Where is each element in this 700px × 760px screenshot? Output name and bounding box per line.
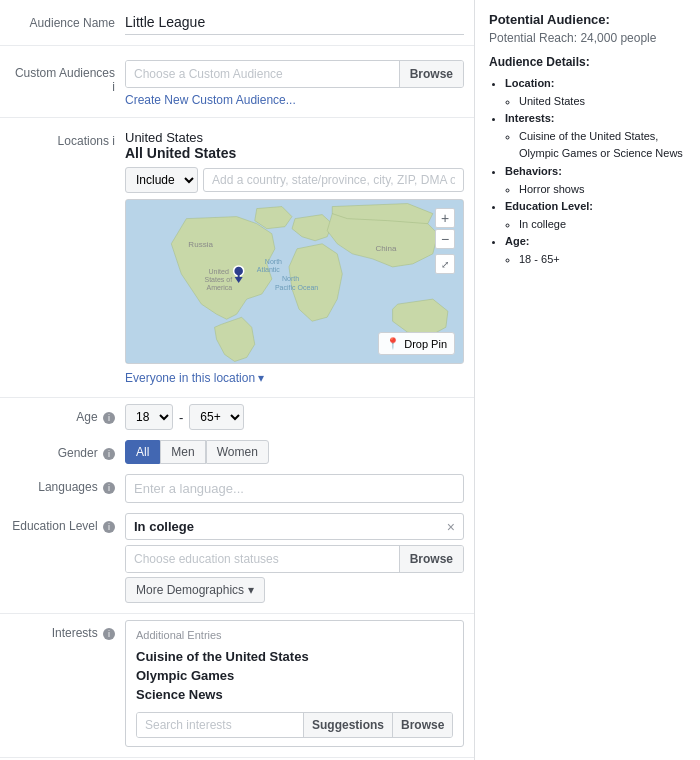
interests-section-box: Additional Entries Cuisine of the United…: [125, 620, 464, 747]
gender-men-btn[interactable]: Men: [160, 440, 205, 464]
education-label: Education Level i: [10, 513, 125, 533]
more-demographics-chevron-icon: ▾: [248, 583, 254, 597]
create-custom-audience-link[interactable]: Create New Custom Audience...: [125, 93, 464, 107]
map-controls: + − ⤢: [435, 208, 455, 274]
divider-4: [0, 613, 474, 614]
age-row: Age i 18 - 65+: [0, 404, 474, 430]
svg-text:States of: States of: [204, 276, 232, 283]
education-browse-row: Browse: [125, 545, 464, 573]
everyone-location-btn[interactable]: Everyone in this location ▾: [125, 371, 264, 385]
custom-audience-input-row: Browse: [125, 60, 464, 88]
svg-text:United: United: [208, 268, 228, 275]
right-panel: Potential Audience: Potential Reach: 24,…: [475, 0, 700, 760]
audience-details-title: Audience Details:: [489, 55, 686, 69]
education-value: In college: [134, 519, 194, 534]
interest-item-0: Cuisine of the United States: [136, 647, 453, 666]
gender-label: Gender i: [10, 440, 125, 460]
audience-name-row: Audience Name: [0, 10, 474, 35]
custom-audiences-section: Custom Audiences i Browse Create New Cus…: [0, 52, 474, 111]
detail-location: Location: United States: [505, 75, 686, 110]
location-tag: United States All United States: [125, 130, 464, 161]
audience-name-input[interactable]: [125, 10, 464, 35]
education-status-input[interactable]: [126, 546, 399, 572]
more-demographics-btn[interactable]: More Demographics ▾: [125, 577, 265, 603]
age-max-select[interactable]: 65+: [189, 404, 244, 430]
education-info-icon[interactable]: i: [103, 521, 115, 533]
svg-text:Russia: Russia: [188, 240, 213, 249]
interest-item-1: Olympic Games: [136, 666, 453, 685]
age-info-icon[interactable]: i: [103, 412, 115, 424]
gender-row: Gender i All Men Women: [0, 440, 474, 464]
languages-label: Languages i: [10, 474, 125, 494]
languages-info-icon[interactable]: i: [103, 482, 115, 494]
detail-interests: Interests: Cuisine of the United States,…: [505, 110, 686, 163]
map-zoom-in-btn[interactable]: +: [435, 208, 455, 228]
interests-browse-btn[interactable]: Browse: [392, 713, 452, 737]
age-separator: -: [177, 410, 185, 425]
potential-reach: Potential Reach: 24,000 people: [489, 31, 686, 45]
suggestions-btn[interactable]: Suggestions: [303, 713, 392, 737]
svg-text:America: America: [206, 284, 232, 291]
detail-interests-value: Cuisine of the United States, Olympic Ga…: [519, 128, 686, 163]
search-interests-input[interactable]: [137, 713, 303, 737]
more-demographics-label: More Demographics: [136, 583, 244, 597]
divider-5: [0, 757, 474, 758]
divider-3: [0, 397, 474, 398]
locations-label: Locations i: [10, 130, 125, 148]
education-tag: In college ×: [125, 513, 464, 540]
locations-content: United States All United States Include: [125, 130, 464, 385]
audience-name-control: [125, 10, 464, 35]
svg-text:North: North: [265, 258, 282, 265]
gender-buttons: All Men Women: [125, 440, 464, 464]
detail-education-value: In college: [519, 216, 686, 234]
chevron-down-icon: ▾: [258, 371, 264, 385]
divider-2: [0, 117, 474, 118]
interests-search-row: Suggestions Browse: [136, 712, 453, 738]
education-row: Education Level i In college × Browse Mo…: [0, 513, 474, 603]
add-location-input[interactable]: [203, 168, 464, 192]
svg-text:Pacific Ocean: Pacific Ocean: [275, 284, 318, 291]
detail-behaviors: Behaviors: Horror shows: [505, 163, 686, 198]
svg-text:Atlantic: Atlantic: [257, 266, 281, 273]
interest-item-2: Science News: [136, 685, 453, 704]
education-control: In college × Browse More Demographics ▾: [125, 513, 464, 603]
languages-control: [125, 474, 464, 503]
locations-info-icon[interactable]: i: [112, 134, 115, 148]
drop-pin-btn[interactable]: 📍 Drop Pin: [378, 332, 455, 355]
map-expand-btn[interactable]: ⤢: [435, 254, 455, 274]
drop-pin-label: Drop Pin: [404, 338, 447, 350]
interests-row: Interests i Additional Entries Cuisine o…: [0, 620, 474, 747]
languages-row: Languages i: [0, 474, 474, 503]
include-row: Include: [125, 167, 464, 193]
custom-audiences-content: Browse Create New Custom Audience...: [125, 60, 464, 107]
interests-info-icon[interactable]: i: [103, 628, 115, 640]
education-browse-btn[interactable]: Browse: [399, 546, 463, 572]
gender-all-btn[interactable]: All: [125, 440, 160, 464]
languages-input[interactable]: [125, 474, 464, 503]
detail-education: Education Level: In college: [505, 198, 686, 233]
custom-audience-input[interactable]: [126, 61, 399, 87]
custom-audiences-info-icon[interactable]: i: [112, 80, 115, 94]
everyone-location-row: Everyone in this location ▾: [125, 370, 464, 385]
interests-section-label: Additional Entries: [136, 629, 453, 641]
detail-age: Age: 18 - 65+: [505, 233, 686, 268]
custom-audiences-browse-btn[interactable]: Browse: [399, 61, 463, 87]
age-min-select[interactable]: 18: [125, 404, 173, 430]
pin-icon: 📍: [386, 337, 400, 350]
include-select[interactable]: Include: [125, 167, 198, 193]
audience-name-label: Audience Name: [10, 10, 125, 30]
divider-1: [0, 45, 474, 46]
map-zoom-out-btn[interactable]: −: [435, 229, 455, 249]
gender-info-icon[interactable]: i: [103, 448, 115, 460]
audience-details-list: Location: United States Interests: Cuisi…: [489, 75, 686, 269]
age-label: Age i: [10, 404, 125, 424]
audience-details: Audience Details: Location: United State…: [489, 55, 686, 269]
education-close-btn[interactable]: ×: [447, 520, 455, 534]
left-panel: Audience Name Custom Audiences i Browse …: [0, 0, 475, 760]
map-container: China Russia North Pacific Ocean North A…: [125, 199, 464, 364]
interests-control: Additional Entries Cuisine of the United…: [125, 620, 464, 747]
svg-text:North: North: [282, 275, 299, 282]
potential-audience-title: Potential Audience:: [489, 12, 686, 27]
gender-women-btn[interactable]: Women: [206, 440, 269, 464]
custom-audiences-label: Custom Audiences i: [10, 60, 125, 94]
